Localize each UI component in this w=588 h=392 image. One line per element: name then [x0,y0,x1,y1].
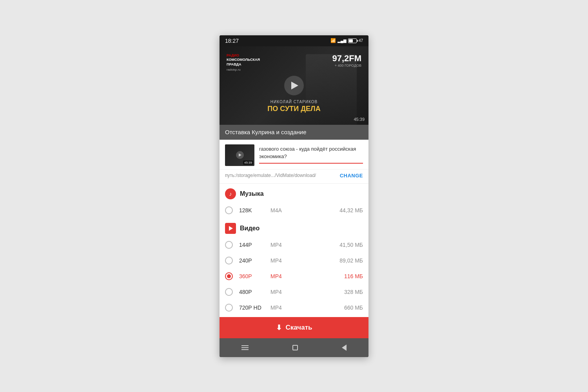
radio-circle-360p[interactable] [225,272,233,280]
quality-row-240p[interactable]: 240Р MP4 89,02 МБ [220,253,368,268]
quality-format-360p: MP4 [270,273,344,279]
video-title-block: НИКОЛАЙ СТАРИКОВ ПО СУТИ ДЕЛА [220,100,368,113]
status-icons: 📶 ▂▄▆ 47 [330,38,363,43]
video-icon [225,223,236,234]
wifi-icon: 📶 [330,38,336,43]
quality-size-480p: 328 МБ [344,289,363,295]
fm-info: 97,2FM + 400 ГОРОДОВ [332,53,361,67]
mini-duration-badge: 45:39 [243,160,253,165]
fm-frequency: 97,2FM [332,53,361,64]
square-icon [292,345,298,350]
radio-logo: РАДИО КОМСОМОЛЬСКАЯПРАВДА radiokp.ru [227,53,260,71]
quality-format-720p: MP4 [270,304,344,311]
mini-underline [259,163,363,164]
quality-label-240p: 240Р [239,257,270,264]
video-show: ПО СУТИ ДЕЛА [220,105,368,113]
path-text: путь:/storage/emulate.../VidMate/downloa… [225,173,316,178]
video-author: НИКОЛАЙ СТАРИКОВ [220,100,368,104]
music-section-header: ♪ Музыка [220,184,368,202]
download-panel: 45:39 газового союза - куда пойдёт росси… [220,140,368,338]
status-time: 18:27 [225,38,239,44]
quality-format-128k: M4A [270,207,339,213]
article-bar: Отставка Кулрина и создание [220,125,368,140]
video-section: РАДИО КОМСОМОЛЬСКАЯПРАВДА radiokp.ru 97,… [220,46,368,125]
quality-size-360p: 116 МБ [344,273,363,279]
quality-row-128k[interactable]: 128K M4A 44,32 МБ [220,202,368,218]
play-button[interactable] [284,76,304,95]
quality-format-480p: MP4 [270,289,344,295]
quality-label-360p: 360Р [239,273,270,279]
quality-format-144p: MP4 [270,242,339,248]
quality-label-480p: 480Р [239,289,270,295]
quality-size-144p: 41,50 МБ [339,242,363,248]
quality-label-144p: 144Р [239,242,270,248]
radio-site: radiokp.ru [227,68,260,71]
video-section-title: Видео [240,225,260,232]
mini-thumbnail[interactable]: 45:39 [225,144,254,166]
mini-player-row: 45:39 газового союза - куда пойдёт росси… [220,140,368,170]
radio-circle-128k[interactable] [225,206,233,214]
yt-play-icon [229,226,233,231]
video-duration: 45:39 [354,117,365,122]
nav-home-button[interactable] [292,345,298,350]
fm-cities: + 400 ГОРОДОВ [332,64,361,67]
mini-play-button [236,151,244,159]
quality-size-128k: 44,32 МБ [339,207,363,213]
music-section-title: Музыка [240,190,264,197]
quality-format-240p: MP4 [270,257,339,264]
back-icon [342,345,347,351]
radio-word: РАДИО [227,53,239,57]
download-button[interactable]: ⬇ Скачать [220,317,368,338]
radio-circle-480p[interactable] [225,288,233,296]
quality-size-240p: 89,02 МБ [339,257,363,264]
status-bar: 18:27 📶 ▂▄▆ 47 [220,35,368,46]
mini-play-icon [239,153,241,157]
path-row: путь:/storage/emulate.../VidMate/downloa… [220,170,368,184]
hamburger-icon [241,345,249,350]
signal-icon: ▂▄▆ [338,38,347,43]
mini-description: газового союза - куда пойдёт российская … [259,144,363,164]
nav-back-button[interactable] [342,345,347,351]
music-icon: ♪ [225,188,236,199]
quality-size-720p: 660 МБ [344,304,363,311]
play-icon [291,82,298,89]
battery-percent: 47 [359,38,363,43]
battery-icon [348,38,357,43]
download-arrow-icon: ⬇ [276,323,282,332]
quality-row-144p[interactable]: 144Р MP4 41,50 МБ [220,237,368,253]
radio-circle-240p[interactable] [225,257,233,264]
download-label: Скачать [286,324,312,332]
quality-row-720p[interactable]: 720Р HD MP4 660 МБ [220,300,368,315]
quality-row-360p[interactable]: 360Р MP4 116 МБ [220,268,368,284]
nav-bar [220,338,368,357]
radio-circle-720p[interactable] [225,304,233,312]
change-button[interactable]: CHANGE [340,173,363,179]
article-title: Отставка Кулрина и создание [225,129,307,135]
phone-wrapper: 18:27 📶 ▂▄▆ 47 РАДИО КОМСОМОЛЬСКАЯПРАВДА… [220,35,368,357]
video-section-header: Видео [220,218,368,237]
quality-label-720p: 720Р HD [239,304,270,311]
nav-menu-button[interactable] [241,345,249,350]
quality-row-480p[interactable]: 480Р MP4 328 МБ [220,284,368,300]
quality-label-128k: 128K [239,207,270,213]
mini-desc-text: газового союза - куда пойдёт российская … [259,145,363,160]
radio-circle-144p[interactable] [225,241,233,249]
